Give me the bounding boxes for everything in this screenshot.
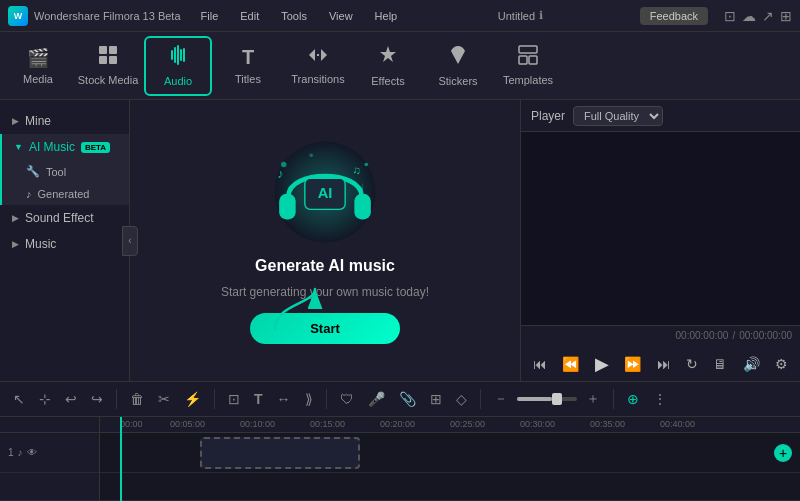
add-button[interactable]: ⊕ <box>622 388 644 410</box>
svg-point-19 <box>364 163 368 167</box>
menu-help[interactable]: Help <box>371 8 402 24</box>
toolbar-titles[interactable]: T Titles <box>214 36 282 96</box>
toolbar-transitions[interactable]: Transitions <box>284 36 352 96</box>
svg-text:♩: ♩ <box>360 182 364 192</box>
share-icon[interactable]: ↗ <box>762 8 774 24</box>
cut-button[interactable]: ✂ <box>153 388 175 410</box>
menu-file[interactable]: File <box>197 8 223 24</box>
skip-forward-button[interactable]: ⏭ <box>653 354 675 374</box>
toolbar-separator-1 <box>116 389 117 409</box>
mic-button[interactable]: 🎤 <box>363 388 390 410</box>
app-logo-icon: W <box>8 6 28 26</box>
loop-button[interactable]: ↻ <box>682 354 702 374</box>
time-marker-6: 00:30:00 <box>520 419 555 429</box>
pointer-tool[interactable]: ⊹ <box>34 388 56 410</box>
undo-button[interactable]: ↩ <box>60 388 82 410</box>
transitions-label: Transitions <box>291 73 344 85</box>
beta-badge: BETA <box>81 142 110 153</box>
sidebar-ai-music-section: ▼ AI Music BETA 🔧 Tool ♪ Generated <box>0 134 129 205</box>
generated-label: Generated <box>38 188 90 200</box>
toolbar-media[interactable]: 🎬 Media <box>4 36 72 96</box>
app-logo: W Wondershare Filmora 13 Beta <box>8 6 181 26</box>
clip-button[interactable]: 📎 <box>394 388 421 410</box>
win-control-buttons: ⊡ ☁ ↗ ⊞ <box>724 8 792 24</box>
quality-select[interactable]: Full Quality <box>573 106 663 126</box>
stickers-label: Stickers <box>438 75 477 87</box>
delete-button[interactable]: 🗑 <box>125 388 149 410</box>
keyframe-button[interactable]: ◇ <box>451 388 472 410</box>
cloud-icon[interactable]: ☁ <box>742 8 756 24</box>
track-label-spacer <box>0 417 99 433</box>
menu-tools[interactable]: Tools <box>277 8 311 24</box>
step-forward-button[interactable]: ⏩ <box>620 354 645 374</box>
toolbar-separator-5 <box>613 389 614 409</box>
sidebar-collapse-button[interactable]: ‹ <box>122 226 138 256</box>
arrow-icon-m: ▶ <box>12 239 19 249</box>
stock-media-label: Stock Media <box>78 74 139 86</box>
pointer-arrow <box>265 284 325 337</box>
volume-button[interactable]: 🔊 <box>739 354 764 374</box>
player-header: Player Full Quality <box>521 100 800 132</box>
text-button[interactable]: T <box>249 388 268 410</box>
sidebar-item-tool[interactable]: 🔧 Tool <box>2 160 129 183</box>
toolbar-stock-media[interactable]: Stock Media <box>74 36 142 96</box>
sidebar-item-generated[interactable]: ♪ Generated <box>2 183 129 205</box>
step-back-button[interactable]: ⏪ <box>558 354 583 374</box>
split-button[interactable]: ⚡ <box>179 388 206 410</box>
menu-view[interactable]: View <box>325 8 357 24</box>
monitor-button[interactable]: 🖥 <box>709 354 731 374</box>
svg-rect-7 <box>519 56 527 64</box>
crop-button[interactable]: ⊡ <box>223 388 245 410</box>
sidebar-item-ai-music[interactable]: ▼ AI Music BETA <box>2 134 129 160</box>
toolbar-stickers[interactable]: Stickers <box>424 36 492 96</box>
sound-effect-label: Sound Effect <box>25 211 94 225</box>
track-row-2[interactable] <box>100 473 800 501</box>
track-label-2 <box>0 473 99 501</box>
redo-button[interactable]: ↪ <box>86 388 108 410</box>
stickers-icon <box>447 44 469 71</box>
toolbar-effects[interactable]: Effects <box>354 36 422 96</box>
track-visibility-icon[interactable]: 👁 <box>27 447 37 458</box>
toolbar-audio[interactable]: Audio <box>144 36 212 96</box>
zoom-slider[interactable] <box>517 397 577 401</box>
svg-rect-3 <box>109 56 117 64</box>
templates-icon <box>518 45 538 70</box>
toolbar-templates[interactable]: Templates <box>494 36 562 96</box>
feedback-button[interactable]: Feedback <box>640 7 708 25</box>
grid2-button[interactable]: ⊞ <box>425 388 447 410</box>
menu-button[interactable]: ⋮ <box>648 388 672 410</box>
zoom-out-button[interactable]: － <box>489 387 513 411</box>
timeline-tracks[interactable]: 00:00 00:05:00 00:10:00 00:15:00 00:20:0… <box>100 417 800 501</box>
player-controls: 00:00:00:00 / 00:00:00:00 ⏮ ⏪ ▶ ⏩ ⏭ ↻ 🖥 … <box>521 325 800 381</box>
skip-back-button[interactable]: ⏮ <box>529 354 551 374</box>
add-track-button[interactable]: + <box>774 444 792 462</box>
menu-edit[interactable]: Edit <box>236 8 263 24</box>
monitor-icon[interactable]: ⊡ <box>724 8 736 24</box>
play-button[interactable]: ▶ <box>591 351 613 377</box>
settings-button[interactable]: ⚙ <box>771 354 792 374</box>
svg-marker-5 <box>380 46 396 62</box>
track-audio-icon[interactable]: ♪ <box>18 447 23 458</box>
svg-rect-8 <box>529 56 537 64</box>
toolbar-separator-2 <box>214 389 215 409</box>
svg-rect-1 <box>109 46 117 54</box>
track-row-1[interactable]: + <box>100 433 800 473</box>
svg-text:♫: ♫ <box>352 164 360 176</box>
arrow-down-icon: ▼ <box>14 142 23 152</box>
zoom-in-button[interactable]: ＋ <box>581 387 605 411</box>
select-tool[interactable]: ↖ <box>8 388 30 410</box>
sidebar-item-mine[interactable]: ▶ Mine <box>0 108 129 134</box>
playhead[interactable] <box>120 417 122 501</box>
transition-button[interactable]: ↔ <box>272 388 296 410</box>
sidebar-item-music[interactable]: ▶ Music <box>0 231 129 257</box>
svg-rect-12 <box>354 194 371 220</box>
grid-icon[interactable]: ⊞ <box>780 8 792 24</box>
player-panel: Player Full Quality 00:00:00:00 / 00:00:… <box>520 100 800 381</box>
shield-button[interactable]: 🛡 <box>335 388 359 410</box>
forward-button[interactable]: ⟫ <box>300 388 318 410</box>
sidebar-item-sound-effect[interactable]: ▶ Sound Effect <box>0 205 129 231</box>
toolbar-separator-3 <box>326 389 327 409</box>
sidebar: ▶ Mine ▼ AI Music BETA 🔧 Tool ♪ Generate… <box>0 100 130 381</box>
main-area: ▶ Mine ▼ AI Music BETA 🔧 Tool ♪ Generate… <box>0 100 800 381</box>
time-marker-1: 00:05:00 <box>170 419 205 429</box>
